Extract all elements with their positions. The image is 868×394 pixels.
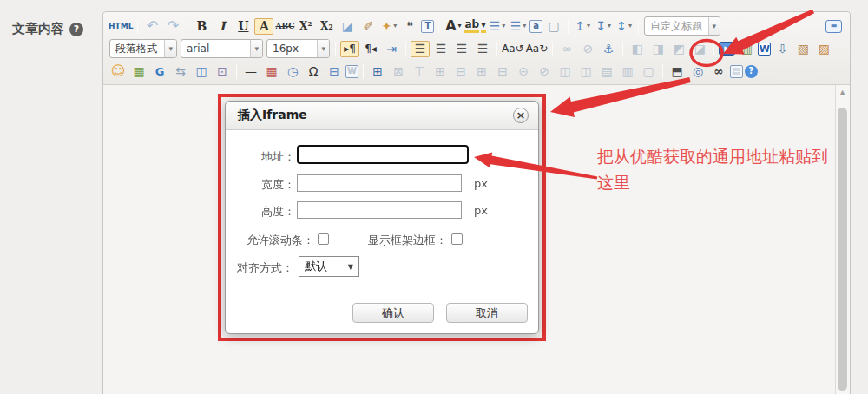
font-family-select[interactable]: arial▾ — [181, 39, 263, 58]
auto-typeset-icon[interactable]: a — [529, 20, 542, 33]
align-select[interactable]: 默认 ▼ — [299, 256, 359, 277]
align-right-icon[interactable]: ☰ — [452, 40, 471, 57]
redo-icon[interactable]: ↷ — [163, 17, 182, 35]
delete-column-icon[interactable]: ⊘ — [535, 62, 554, 80]
image-upload-icon[interactable]: ▧ — [793, 40, 812, 57]
new-document-icon[interactable]: ▢ — [544, 17, 563, 35]
to-uppercase-icon[interactable]: Aa↺ — [502, 40, 524, 57]
chevron-down-icon[interactable]: ▾ — [164, 40, 176, 57]
undo-icon[interactable]: ↶ — [142, 17, 161, 35]
paste-board-icon[interactable]: ▤ — [730, 65, 743, 78]
word-paste-icon[interactable]: W — [345, 65, 358, 78]
blockquote-icon[interactable]: ❝ — [400, 17, 419, 35]
to-lowercase-icon[interactable]: Aa↻ — [526, 40, 549, 57]
insert-attachment-icon[interactable]: ⇩ — [773, 40, 792, 57]
paragraph-spacing-top-icon[interactable]: ↥▾ — [573, 17, 592, 35]
split-cells-icon[interactable]: ◫ — [576, 62, 595, 80]
align-left-icon[interactable]: ☰ — [411, 41, 430, 57]
align-center-icon[interactable]: ☰ — [431, 40, 450, 57]
screen-capture-icon[interactable]: ⊡ — [213, 62, 232, 80]
insert-column-left-icon[interactable]: ⊞ — [472, 62, 491, 80]
image-center-icon[interactable]: ◩ — [669, 40, 688, 57]
indent-icon[interactable]: ⇥ — [382, 40, 401, 57]
chevron-down-icon[interactable]: ▾ — [502, 23, 505, 30]
rtl-paragraph-icon[interactable]: ¶◂ — [361, 40, 380, 57]
special-character-icon[interactable]: Ω — [304, 62, 323, 80]
confirm-button[interactable]: 确认 — [352, 303, 434, 323]
insert-column-right-icon[interactable]: ⊟ — [493, 62, 512, 80]
find-replace-icon[interactable]: ∞ — [709, 62, 728, 80]
bold-icon[interactable]: B — [192, 17, 211, 35]
scroll-up-icon[interactable]: ▲ — [836, 85, 849, 96]
font-color-icon[interactable]: A▾ — [444, 17, 463, 35]
chevron-down-icon[interactable]: ▾ — [608, 23, 611, 30]
line-height-icon[interactable]: ↕▾ — [615, 17, 634, 35]
chevron-down-icon[interactable]: ▾ — [708, 17, 720, 35]
chevron-down-icon[interactable]: ▾ — [250, 40, 262, 57]
insert-table-icon[interactable]: ⊞ — [368, 62, 387, 80]
word-import-icon[interactable]: W — [758, 43, 771, 56]
ltr-paragraph-icon[interactable]: ▸¶ — [340, 41, 359, 57]
table-caption-icon[interactable]: ⊤ — [410, 62, 429, 80]
insert-columns-icon[interactable]: ◫ — [192, 62, 211, 80]
delete-row-icon[interactable]: ⊝ — [514, 62, 533, 80]
subscript-icon[interactable]: X₂ — [317, 17, 336, 35]
align-justify-icon[interactable]: ☰ — [473, 40, 492, 57]
merge-cells-icon[interactable]: ◫ — [556, 62, 575, 80]
dialog-titlebar[interactable]: 插入Iframe × — [226, 102, 538, 130]
chevron-down-icon[interactable]: ▾ — [458, 23, 462, 30]
close-icon[interactable]: × — [513, 108, 529, 123]
image-manager-icon[interactable]: ▦ — [129, 62, 148, 80]
remove-link-icon[interactable]: ⊘ — [578, 40, 597, 57]
page-break-icon[interactable]: ⇆ — [171, 62, 190, 80]
image-inline-icon[interactable]: ◪ — [690, 40, 709, 57]
paragraph-format-select[interactable]: 段落格式▾ — [109, 39, 177, 58]
help-icon[interactable]: ? — [745, 65, 758, 78]
emoticon-icon[interactable]: ☺ — [108, 62, 128, 80]
ordered-list-icon[interactable]: ☰▾ — [488, 17, 507, 35]
preview-icon[interactable]: ◎ — [688, 62, 707, 80]
print-icon[interactable]: ⬒ — [667, 62, 687, 80]
insert-row-below-icon[interactable]: ⊟ — [451, 62, 470, 80]
chevron-down-icon[interactable]: ▾ — [587, 23, 590, 30]
custom-title-select[interactable]: 自定义标题▾ — [644, 16, 720, 36]
chevron-down-icon[interactable]: ▾ — [523, 23, 526, 30]
show-frame-border-checkbox[interactable] — [451, 233, 463, 245]
insert-link-icon[interactable]: ∞ — [557, 40, 576, 57]
vertical-scrollbar[interactable]: ▲ — [835, 85, 849, 394]
html-source-icon[interactable]: HTML — [108, 17, 133, 35]
image-float-left-icon[interactable]: ◧ — [628, 40, 647, 57]
insert-date-icon[interactable]: ▦ — [262, 62, 281, 80]
cut-snippet-icon[interactable]: ⊟ — [325, 62, 344, 80]
iframe-url-input[interactable] — [297, 145, 469, 164]
strikethrough-icon[interactable]: ABC — [275, 17, 294, 35]
allow-scrollbar-checkbox[interactable] — [318, 233, 329, 245]
delete-table-icon[interactable]: ⊠ — [389, 62, 408, 80]
iframe-width-input[interactable] — [297, 174, 462, 192]
superscript-icon[interactable]: X² — [296, 17, 315, 35]
google-map-icon[interactable]: G — [150, 62, 169, 80]
insert-picture-icon[interactable]: ▨ — [814, 40, 833, 57]
insert-time-icon[interactable]: ◷ — [283, 62, 302, 80]
iframe-height-input[interactable] — [297, 201, 462, 219]
format-painter-icon[interactable]: ✐ — [358, 17, 378, 35]
insert-iframe-icon[interactable]: ▶ — [719, 42, 735, 56]
chevron-down-icon[interactable]: ▾ — [317, 40, 329, 57]
chevron-down-icon[interactable]: ▾ — [393, 23, 397, 30]
font-appearance-icon[interactable]: A — [254, 18, 273, 35]
chevron-down-icon[interactable]: ▾ — [481, 19, 486, 33]
help-icon[interactable]: ? — [69, 23, 83, 36]
document-info-icon[interactable]: ▢ — [639, 62, 658, 80]
highlight-color-icon[interactable]: ab▾ — [464, 17, 486, 35]
font-size-select[interactable]: 16px▾ — [266, 39, 330, 58]
insert-video-icon[interactable]: ▥ — [737, 40, 756, 57]
chevron-down-icon[interactable]: ▾ — [628, 23, 632, 30]
unordered-list-icon[interactable]: ☰▾ — [509, 17, 528, 35]
insert-row-above-icon[interactable]: ⊞ — [431, 62, 450, 80]
auto-clean-icon[interactable]: ✦▾ — [379, 17, 398, 35]
eraser-icon[interactable]: ◪ — [338, 17, 357, 35]
cell-properties-icon[interactable]: ▥ — [618, 62, 637, 80]
fullscreen-icon[interactable]: ▬ — [825, 20, 842, 33]
cancel-button[interactable]: 取消 — [446, 303, 528, 323]
horizontal-rule-icon[interactable]: — — [241, 62, 260, 80]
